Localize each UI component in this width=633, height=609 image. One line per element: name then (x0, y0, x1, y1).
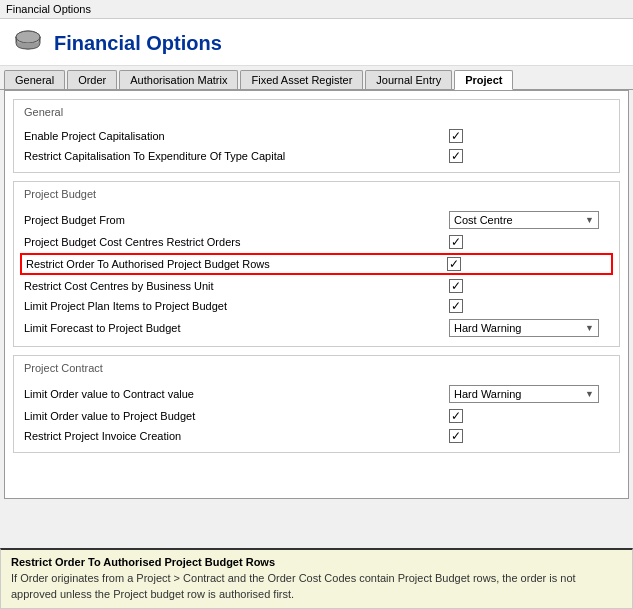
limit-order-contract-row: Limit Order value to Contract value Hard… (24, 382, 609, 406)
restrict-capitalisation-row: Restrict Capitalisation To Expenditure O… (24, 146, 609, 166)
tab-journal-entry[interactable]: Journal Entry (365, 70, 452, 89)
project-budget-cost-centres-checkbox[interactable] (449, 235, 463, 249)
restrict-project-invoice-checkbox[interactable] (449, 429, 463, 443)
limit-forecast-control: Hard Warning ▼ (449, 319, 609, 337)
enable-project-capitalisation-label: Enable Project Capitalisation (24, 130, 449, 142)
restrict-capitalisation-control (449, 149, 609, 163)
bottom-panel: Restrict Order To Authorised Project Bud… (0, 548, 633, 609)
project-contract-section: Project Contract Limit Order value to Co… (13, 355, 620, 453)
restrict-project-invoice-row: Restrict Project Invoice Creation (24, 426, 609, 446)
enable-project-capitalisation-checkbox[interactable] (449, 129, 463, 143)
enable-project-capitalisation-control (449, 129, 609, 143)
project-budget-from-arrow: ▼ (585, 215, 594, 225)
limit-order-contract-label: Limit Order value to Contract value (24, 388, 449, 400)
restrict-cost-centres-business-unit-checkbox[interactable] (449, 279, 463, 293)
project-budget-from-control: Cost Centre ▼ (449, 211, 609, 229)
project-budget-cost-centres-row: Project Budget Cost Centres Restrict Ord… (24, 232, 609, 252)
financial-options-icon (12, 27, 44, 59)
general-section-title: General (24, 106, 609, 118)
limit-forecast-label: Limit Forecast to Project Budget (24, 322, 449, 334)
limit-project-plan-label: Limit Project Plan Items to Project Budg… (24, 300, 449, 312)
bottom-panel-description: If Order originates from a Project > Con… (11, 571, 622, 602)
limit-order-contract-control: Hard Warning ▼ (449, 385, 609, 403)
limit-order-project-budget-label: Limit Order value to Project Budget (24, 410, 449, 422)
project-budget-section: Project Budget Project Budget From Cost … (13, 181, 620, 347)
header-title: Financial Options (54, 32, 222, 55)
project-contract-section-title: Project Contract (24, 362, 609, 374)
tab-authorisation-matrix[interactable]: Authorisation Matrix (119, 70, 238, 89)
limit-project-plan-row: Limit Project Plan Items to Project Budg… (24, 296, 609, 316)
limit-order-project-budget-row: Limit Order value to Project Budget (24, 406, 609, 426)
restrict-project-invoice-label: Restrict Project Invoice Creation (24, 430, 449, 442)
title-bar-label: Financial Options (6, 3, 91, 15)
tabs-bar: General Order Authorisation Matrix Fixed… (0, 66, 633, 90)
content-area: General Enable Project Capitalisation Re… (4, 90, 629, 499)
project-budget-from-select[interactable]: Cost Centre ▼ (449, 211, 599, 229)
restrict-project-invoice-control (449, 429, 609, 443)
tab-general[interactable]: General (4, 70, 65, 89)
project-budget-cost-centres-control (449, 235, 609, 249)
restrict-cost-centres-business-unit-control (449, 279, 609, 293)
limit-order-contract-select[interactable]: Hard Warning ▼ (449, 385, 599, 403)
limit-forecast-arrow: ▼ (585, 323, 594, 333)
limit-order-project-budget-checkbox[interactable] (449, 409, 463, 423)
restrict-order-authorised-row: Restrict Order To Authorised Project Bud… (20, 253, 613, 275)
enable-project-capitalisation-row: Enable Project Capitalisation (24, 126, 609, 146)
bottom-panel-title: Restrict Order To Authorised Project Bud… (11, 556, 622, 568)
limit-order-project-budget-control (449, 409, 609, 423)
project-budget-section-title: Project Budget (24, 188, 609, 200)
limit-project-plan-checkbox[interactable] (449, 299, 463, 313)
limit-order-contract-value: Hard Warning (454, 388, 521, 400)
svg-point-1 (16, 31, 40, 43)
restrict-cost-centres-business-unit-label: Restrict Cost Centres by Business Unit (24, 280, 449, 292)
restrict-order-authorised-control (447, 257, 607, 271)
limit-forecast-row: Limit Forecast to Project Budget Hard Wa… (24, 316, 609, 340)
limit-order-contract-arrow: ▼ (585, 389, 594, 399)
tab-fixed-asset-register[interactable]: Fixed Asset Register (240, 70, 363, 89)
project-budget-from-row: Project Budget From Cost Centre ▼ (24, 208, 609, 232)
project-budget-cost-centres-label: Project Budget Cost Centres Restrict Ord… (24, 236, 449, 248)
limit-project-plan-control (449, 299, 609, 313)
limit-forecast-value: Hard Warning (454, 322, 521, 334)
restrict-order-authorised-label: Restrict Order To Authorised Project Bud… (26, 258, 447, 270)
tab-project[interactable]: Project (454, 70, 513, 90)
general-section: General Enable Project Capitalisation Re… (13, 99, 620, 173)
restrict-cost-centres-business-unit-row: Restrict Cost Centres by Business Unit (24, 276, 609, 296)
title-bar: Financial Options (0, 0, 633, 19)
project-budget-from-value: Cost Centre (454, 214, 513, 226)
limit-forecast-select[interactable]: Hard Warning ▼ (449, 319, 599, 337)
tab-order[interactable]: Order (67, 70, 117, 89)
restrict-capitalisation-checkbox[interactable] (449, 149, 463, 163)
restrict-order-authorised-checkbox[interactable] (447, 257, 461, 271)
restrict-capitalisation-label: Restrict Capitalisation To Expenditure O… (24, 150, 449, 162)
header: Financial Options (0, 19, 633, 66)
project-budget-from-label: Project Budget From (24, 214, 449, 226)
